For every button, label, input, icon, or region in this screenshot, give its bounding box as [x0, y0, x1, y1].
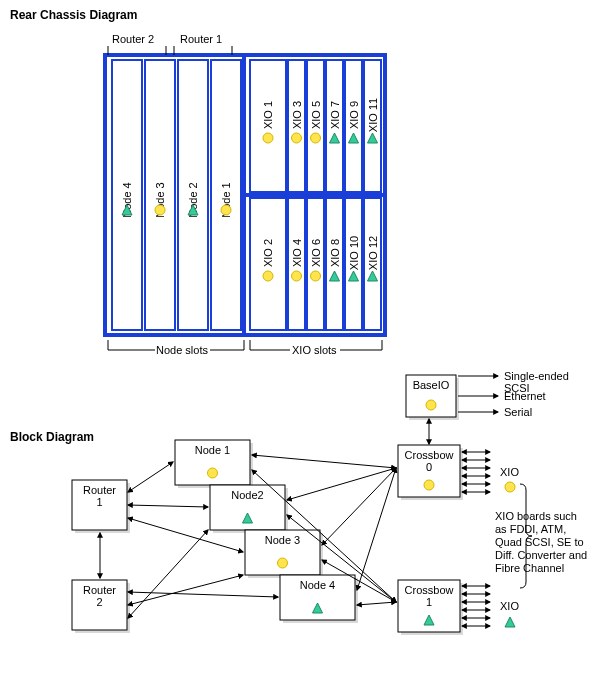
- svg-point-26: [208, 468, 218, 478]
- xio-slot-label: XIO 5: [310, 101, 322, 129]
- xio-slot-label: XIO 6: [310, 239, 322, 267]
- node-slots-label: Node slots: [156, 344, 208, 356]
- svg-point-9: [263, 133, 273, 143]
- block-node-3-label: Node 3: [265, 534, 300, 546]
- svg-point-14: [311, 271, 321, 281]
- xio-slot-label: XIO 2: [262, 239, 274, 267]
- svg-line-41: [128, 575, 243, 605]
- router1-label: Router 1: [180, 33, 222, 45]
- router2-label: Router 2: [112, 33, 154, 45]
- svg-point-12: [263, 271, 273, 281]
- svg-line-50: [357, 602, 396, 605]
- svg-point-8: [221, 205, 231, 215]
- svg-line-37: [128, 462, 173, 492]
- xio-slot-label: XIO 8: [329, 239, 341, 267]
- svg-line-38: [128, 505, 208, 507]
- svg-line-43: [252, 455, 396, 468]
- xio-slot-label: XIO 7: [329, 101, 341, 129]
- svg-point-13: [292, 271, 302, 281]
- svg-point-11: [311, 133, 321, 143]
- block-node-4-label: Node 4: [300, 579, 335, 591]
- xio-slots-label: XIO slots: [292, 344, 337, 356]
- xio-slot-label: XIO 4: [291, 239, 303, 267]
- svg-point-35: [426, 400, 436, 410]
- svg-point-29: [278, 558, 288, 568]
- xio-slot-label: XIO 12: [367, 236, 379, 270]
- block-node-1-label: Node 1: [195, 444, 230, 456]
- svg-point-10: [292, 133, 302, 143]
- xio-slot-label: XIO 9: [348, 101, 360, 129]
- svg-line-49: [357, 468, 396, 590]
- svg-line-45: [287, 468, 396, 500]
- baseio-label: BaseIO: [413, 379, 450, 391]
- xio-label: XIO: [500, 466, 519, 478]
- xio-annotation: XIO boards suchas FDDI, ATM,Quad SCSI, S…: [495, 510, 587, 574]
- xio-slot-label: XIO 3: [291, 101, 303, 129]
- svg-point-7: [155, 205, 165, 215]
- svg-point-58: [505, 482, 515, 492]
- block-node-2-label: Node2: [231, 489, 263, 501]
- svg-line-47: [322, 468, 396, 545]
- svg-point-32: [424, 480, 434, 490]
- xio-label: XIO: [500, 600, 519, 612]
- baseio-output: Serial: [504, 406, 532, 418]
- diagram-svg: Router 2 Router 1 Node 4Node 3Node 2Node…: [0, 0, 609, 688]
- baseio-output: Ethernet: [504, 390, 546, 402]
- xio-slot-label: XIO 10: [348, 236, 360, 270]
- svg-line-42: [128, 530, 208, 618]
- xio-slot-label: XIO 11: [367, 98, 379, 132]
- xio-slot-label: XIO 1: [262, 101, 274, 129]
